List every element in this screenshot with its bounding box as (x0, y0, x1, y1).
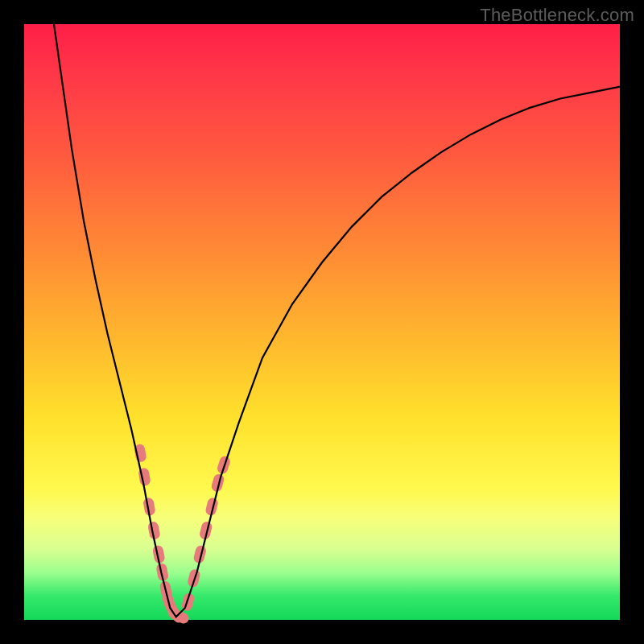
plot-area (24, 24, 620, 620)
watermark-text: TheBottleneck.com (480, 5, 634, 26)
chart-frame: TheBottleneck.com (0, 0, 644, 644)
annotation-dot (216, 455, 231, 475)
annotation-dot (187, 568, 201, 588)
annotation-dots-left (134, 444, 191, 625)
chart-curve (54, 24, 620, 617)
chart-svg (24, 24, 620, 620)
